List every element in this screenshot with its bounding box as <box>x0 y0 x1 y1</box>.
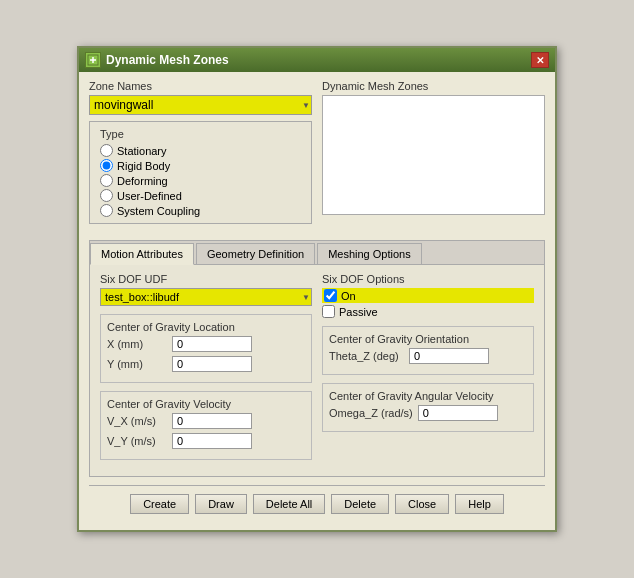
cg-angular-velocity-label: Center of Gravity Angular Velocity <box>329 390 527 402</box>
type-rigid-body[interactable]: Rigid Body <box>100 159 301 172</box>
vy-input[interactable] <box>172 433 252 449</box>
vy-label: V_Y (m/s) <box>107 435 167 447</box>
type-system-coupling[interactable]: System Coupling <box>100 204 301 217</box>
tab-motion-attributes[interactable]: Motion Attributes <box>90 243 194 265</box>
type-label: Type <box>100 128 301 140</box>
omega-z-label: Omega_Z (rad/s) <box>329 407 413 419</box>
omega-z-input[interactable] <box>418 405 498 421</box>
delete-all-button[interactable]: Delete All <box>253 494 325 514</box>
bottom-buttons: Create Draw Delete All Delete Close Help <box>89 485 545 522</box>
cg-velocity-label: Center of Gravity Velocity <box>107 398 305 410</box>
create-button[interactable]: Create <box>130 494 189 514</box>
vx-input[interactable] <box>172 413 252 429</box>
dynamic-mesh-zones-label: Dynamic Mesh Zones <box>322 80 545 92</box>
on-checkbox-row[interactable]: On <box>322 288 534 303</box>
window-title: Dynamic Mesh Zones <box>106 53 229 67</box>
tab-geometry-definition[interactable]: Geometry Definition <box>196 243 315 264</box>
tab-meshing-options[interactable]: Meshing Options <box>317 243 422 264</box>
delete-button[interactable]: Delete <box>331 494 389 514</box>
y-input[interactable] <box>172 356 252 372</box>
on-label: On <box>341 290 356 302</box>
six-dof-udf-label: Six DOF UDF <box>100 273 312 285</box>
theta-z-label: Theta_Z (deg) <box>329 350 404 362</box>
titlebar: Dynamic Mesh Zones ✕ <box>79 48 555 72</box>
type-deforming[interactable]: Deforming <box>100 174 301 187</box>
six-dof-options-group: On Passive <box>322 288 534 318</box>
zone-names-dropdown[interactable]: movingwall <box>89 95 312 115</box>
y-label: Y (mm) <box>107 358 167 370</box>
help-button[interactable]: Help <box>455 494 504 514</box>
type-stationary[interactable]: Stationary <box>100 144 301 157</box>
cg-location-label: Center of Gravity Location <box>107 321 305 333</box>
dynamic-mesh-zones-list <box>322 95 545 215</box>
vx-label: V_X (m/s) <box>107 415 167 427</box>
on-checkbox[interactable] <box>324 289 337 302</box>
type-user-defined[interactable]: User-Defined <box>100 189 301 202</box>
passive-label: Passive <box>339 306 378 318</box>
passive-checkbox[interactable] <box>322 305 335 318</box>
dynamic-mesh-zones-window: Dynamic Mesh Zones ✕ Zone Names movingwa… <box>77 46 557 532</box>
tabs-container: Motion Attributes Geometry Definition Me… <box>89 240 545 477</box>
zone-names-label: Zone Names <box>89 80 312 92</box>
draw-button[interactable]: Draw <box>195 494 247 514</box>
close-button-bottom[interactable]: Close <box>395 494 449 514</box>
theta-z-input[interactable] <box>409 348 489 364</box>
type-radio-group: Stationary Rigid Body Deforming <box>100 144 301 217</box>
six-dof-options-label: Six DOF Options <box>322 273 534 285</box>
close-button[interactable]: ✕ <box>531 52 549 68</box>
passive-checkbox-row[interactable]: Passive <box>322 305 534 318</box>
tabs-header: Motion Attributes Geometry Definition Me… <box>90 241 544 265</box>
x-label: X (mm) <box>107 338 167 350</box>
tab-motion-attributes-content: Six DOF UDF test_box::libudf ▼ <box>90 265 544 476</box>
cg-orientation-label: Center of Gravity Orientation <box>329 333 527 345</box>
x-input[interactable] <box>172 336 252 352</box>
title-icon <box>85 52 101 68</box>
six-dof-udf-dropdown[interactable]: test_box::libudf <box>100 288 312 306</box>
